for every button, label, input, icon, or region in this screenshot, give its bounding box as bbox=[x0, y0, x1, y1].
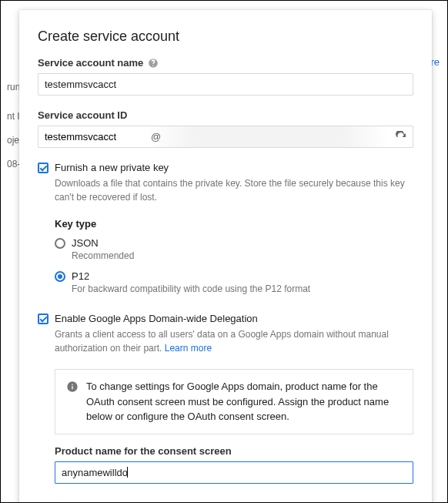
key-type-p12-row[interactable]: P12 bbox=[55, 270, 413, 282]
help-icon[interactable] bbox=[148, 58, 159, 69]
key-type-json-radio[interactable] bbox=[55, 238, 65, 249]
info-icon bbox=[66, 381, 79, 393]
service-account-name-input[interactable] bbox=[38, 73, 413, 96]
product-name-input[interactable]: anynamewilldo bbox=[55, 461, 413, 484]
delegation-checkbox-row[interactable]: Enable Google Apps Domain-wide Delegatio… bbox=[38, 313, 413, 324]
product-name-field: Product name for the consent screen anyn… bbox=[55, 445, 413, 484]
refresh-icon bbox=[395, 131, 407, 143]
service-account-id-label: Service account ID bbox=[38, 109, 127, 121]
consent-info-text: To change settings for Google Apps domai… bbox=[86, 379, 402, 424]
service-account-name-label: Service account name bbox=[38, 57, 143, 69]
service-account-id-domain: @ bbox=[146, 126, 389, 147]
dialog-title: Create service account bbox=[38, 29, 413, 45]
key-type-section: Key type JSON Recommended P12 For backwa… bbox=[55, 218, 413, 294]
key-type-json-helper: Recommended bbox=[72, 250, 413, 261]
key-type-json-row[interactable]: JSON bbox=[55, 237, 413, 249]
furnish-key-helper: Downloads a file that contains the priva… bbox=[55, 176, 413, 204]
delegation-helper: Grants a client access to all users' dat… bbox=[55, 327, 413, 355]
key-type-p12-helper: For backward compatibility with code usi… bbox=[72, 283, 413, 294]
key-type-title: Key type bbox=[55, 218, 413, 230]
consent-info-box: To change settings for Google Apps domai… bbox=[55, 369, 413, 434]
delegation-label: Enable Google Apps Domain-wide Delegatio… bbox=[55, 313, 258, 324]
service-account-name-field: Service account name bbox=[38, 57, 413, 96]
key-type-p12-label: P12 bbox=[72, 270, 89, 282]
furnish-key-checkbox-row[interactable]: Furnish a new private key bbox=[38, 162, 413, 173]
key-type-json-label: JSON bbox=[72, 237, 99, 249]
learn-more-link[interactable]: Learn more bbox=[165, 343, 212, 354]
furnish-key-label: Furnish a new private key bbox=[55, 162, 169, 173]
create-service-account-dialog: Create service account Service account n… bbox=[19, 10, 432, 503]
delegation-checkbox[interactable] bbox=[38, 314, 48, 324]
service-account-id-field: Service account ID @ bbox=[38, 109, 413, 148]
furnish-key-checkbox[interactable] bbox=[38, 163, 48, 173]
key-type-p12-radio[interactable] bbox=[55, 271, 65, 282]
service-account-id-input[interactable] bbox=[38, 126, 146, 147]
text-caret bbox=[127, 467, 128, 478]
product-name-label: Product name for the consent screen bbox=[55, 445, 232, 457]
refresh-id-button[interactable] bbox=[389, 126, 413, 147]
consent-section: To change settings for Google Apps domai… bbox=[55, 369, 413, 484]
